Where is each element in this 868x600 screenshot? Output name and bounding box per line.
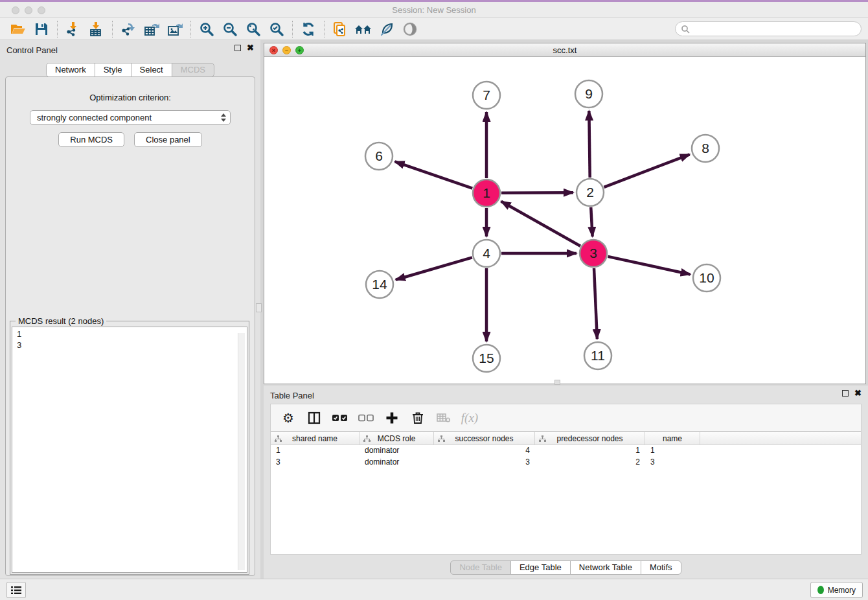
select-all-icon bbox=[332, 414, 348, 422]
copy-network-icon bbox=[332, 21, 348, 37]
close-panel-button[interactable]: Close panel bbox=[134, 132, 202, 147]
deselect-all-button[interactable] bbox=[355, 407, 377, 429]
cell-shared-name[interactable]: 1 bbox=[271, 445, 360, 457]
control-panel-tabs: Network Style Select MCDS bbox=[46, 63, 214, 77]
close-panel-icon[interactable]: ✖ bbox=[854, 390, 862, 397]
table-row[interactable]: 1 dominator 4 1 1 bbox=[271, 445, 861, 457]
graph-node-3[interactable]: 3 bbox=[580, 240, 607, 267]
cell-predecessor-nodes[interactable]: 1 bbox=[535, 445, 645, 457]
graph-node-15[interactable]: 15 bbox=[473, 345, 500, 372]
graph-node-8[interactable]: 8 bbox=[692, 135, 719, 162]
delete-row-button[interactable] bbox=[407, 407, 429, 429]
home-button[interactable] bbox=[352, 19, 375, 39]
export-table-button[interactable] bbox=[140, 19, 163, 39]
function-builder-button[interactable]: f(x) bbox=[459, 407, 481, 429]
search-box[interactable] bbox=[675, 21, 862, 36]
search-input[interactable] bbox=[693, 25, 856, 34]
cell-name[interactable]: 3 bbox=[645, 457, 700, 468]
graph-edge-2-8[interactable] bbox=[604, 154, 689, 187]
graph-node-2[interactable]: 2 bbox=[577, 179, 604, 206]
graph-node-11[interactable]: 11 bbox=[584, 342, 611, 369]
import-table-button[interactable] bbox=[85, 19, 108, 39]
result-scrollbar[interactable] bbox=[238, 333, 245, 570]
close-panel-icon[interactable]: ✖ bbox=[247, 45, 254, 51]
hierarchy-icon bbox=[438, 435, 445, 443]
tab-network[interactable]: Network bbox=[46, 63, 95, 77]
network-graph[interactable]: 7968124314101511 bbox=[264, 57, 865, 384]
graph-node-10[interactable]: 10 bbox=[693, 264, 720, 292]
column-header-mcds-role[interactable]: MCDS role bbox=[360, 432, 434, 444]
zoom-fit-button[interactable] bbox=[242, 19, 265, 39]
run-mcds-button[interactable]: Run MCDS bbox=[58, 132, 124, 147]
network-window-titlebar: × − + scc.txt bbox=[264, 43, 865, 57]
tab-motifs[interactable]: Motifs bbox=[641, 560, 681, 575]
graph-edge-3-11[interactable] bbox=[594, 268, 597, 339]
mcds-result-text[interactable]: 1 3 bbox=[12, 327, 247, 573]
export-network-button[interactable] bbox=[117, 19, 140, 39]
cell-successor-nodes[interactable]: 3 bbox=[434, 457, 535, 468]
tab-edge-table[interactable]: Edge Table bbox=[510, 560, 571, 575]
zoom-out-button[interactable] bbox=[218, 19, 242, 39]
horizontal-splitter-handle[interactable] bbox=[554, 380, 560, 385]
tab-node-table[interactable]: Node Table bbox=[450, 560, 511, 575]
graph-node-6[interactable]: 6 bbox=[365, 143, 393, 170]
graph-edge-2-3[interactable] bbox=[591, 207, 592, 237]
export-image-button[interactable] bbox=[163, 19, 187, 39]
graph-edge-1-6[interactable] bbox=[395, 161, 473, 188]
tab-network-table[interactable]: Network Table bbox=[570, 560, 641, 575]
status-bar: Memory bbox=[0, 579, 868, 600]
graph-edge-1-2[interactable] bbox=[501, 192, 573, 193]
style-preview-button[interactable] bbox=[375, 19, 398, 39]
table-settings-button[interactable]: ⚙ bbox=[277, 407, 299, 429]
graph-edge-3-1[interactable] bbox=[501, 202, 580, 246]
zoom-in-button[interactable] bbox=[195, 19, 218, 39]
float-panel-icon[interactable] bbox=[842, 390, 849, 397]
graph-edge-4-14[interactable] bbox=[396, 257, 472, 279]
svg-text:15: 15 bbox=[479, 351, 494, 365]
cell-mcds-role[interactable]: dominator bbox=[360, 445, 434, 457]
add-row-button[interactable] bbox=[381, 407, 403, 429]
deselect-all-icon bbox=[358, 414, 374, 422]
graph-node-4[interactable]: 4 bbox=[473, 240, 500, 267]
column-header-name[interactable]: name bbox=[645, 432, 700, 444]
graph-node-9[interactable]: 9 bbox=[575, 80, 602, 108]
cell-name[interactable]: 1 bbox=[645, 445, 700, 457]
cell-predecessor-nodes[interactable]: 2 bbox=[535, 457, 645, 468]
function-icon: f(x) bbox=[461, 411, 478, 425]
tab-style[interactable]: Style bbox=[95, 63, 131, 77]
graph-edge-3-10[interactable] bbox=[608, 257, 690, 275]
tab-mcds[interactable]: MCDS bbox=[172, 63, 214, 77]
node-table[interactable]: shared name MCDS role successor nodes pr… bbox=[270, 432, 862, 555]
list-icon bbox=[11, 586, 21, 595]
vertical-splitter-handle[interactable] bbox=[256, 303, 262, 312]
criterion-select[interactable]: strongly connected component bbox=[30, 110, 231, 125]
open-file-button[interactable] bbox=[6, 19, 30, 39]
copy-network-button[interactable] bbox=[328, 19, 352, 39]
memory-button[interactable]: Memory bbox=[810, 582, 863, 598]
zoom-selected-button[interactable] bbox=[265, 19, 288, 39]
cell-successor-nodes[interactable]: 4 bbox=[434, 445, 535, 457]
network-canvas[interactable]: 7968124314101511 bbox=[264, 57, 865, 384]
select-all-button[interactable] bbox=[329, 407, 351, 429]
graph-node-7[interactable]: 7 bbox=[473, 82, 500, 109]
cell-mcds-role[interactable]: dominator bbox=[360, 457, 434, 468]
cell-shared-name[interactable]: 3 bbox=[271, 457, 360, 468]
svg-text:8: 8 bbox=[702, 141, 709, 156]
task-history-button[interactable] bbox=[6, 582, 26, 598]
columns-button[interactable] bbox=[303, 407, 325, 429]
contrast-button[interactable] bbox=[398, 19, 422, 39]
network-window-title: scc.txt bbox=[264, 45, 865, 55]
refresh-button[interactable] bbox=[297, 19, 320, 39]
delete-table-button[interactable] bbox=[433, 407, 455, 429]
column-header-successor-nodes[interactable]: successor nodes bbox=[434, 432, 535, 444]
graph-node-14[interactable]: 14 bbox=[366, 271, 393, 298]
column-header-shared-name[interactable]: shared name bbox=[271, 432, 360, 444]
table-row[interactable]: 3 dominator 3 2 3 bbox=[271, 457, 861, 468]
save-session-button[interactable] bbox=[30, 19, 53, 39]
import-network-button[interactable] bbox=[62, 19, 85, 39]
graph-edge-2-9[interactable] bbox=[589, 111, 589, 178]
graph-node-1[interactable]: 1 bbox=[473, 179, 500, 207]
tab-select[interactable]: Select bbox=[131, 63, 172, 77]
float-panel-icon[interactable] bbox=[234, 45, 241, 51]
column-header-predecessor-nodes[interactable]: predecessor nodes bbox=[535, 432, 645, 444]
